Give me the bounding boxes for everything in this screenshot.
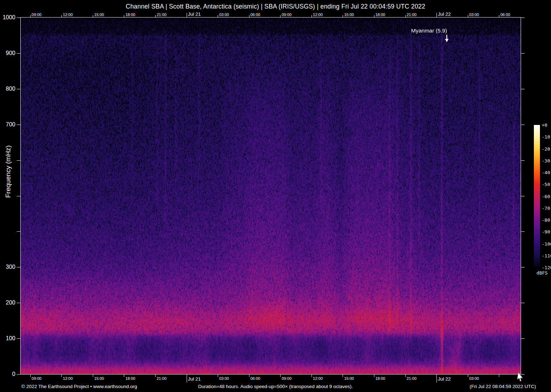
time-tick	[468, 374, 468, 377]
freq-tick-label: 200	[6, 300, 15, 306]
freq-tick	[17, 196, 20, 196]
spectrogram-canvas	[21, 17, 521, 374]
time-tick	[405, 15, 406, 17]
time-tick	[93, 374, 93, 377]
footer-timestamp: (Fri Jul 22 08:04:59 2022 UTC)	[470, 384, 536, 389]
freq-tick	[17, 267, 20, 267]
time-tick-label: 09:00	[32, 376, 42, 381]
time-tick	[155, 15, 156, 17]
time-tick-label: 09:00	[282, 376, 292, 381]
colorbar-tick-label: -60	[542, 194, 550, 199]
freq-tick	[521, 231, 525, 232]
freq-tick-label: 800	[6, 85, 15, 92]
time-tick-label: 21:00	[157, 376, 167, 381]
freq-tick	[521, 303, 525, 303]
time-tick	[280, 15, 280, 17]
freq-tick	[17, 160, 20, 161]
time-tick	[374, 374, 374, 377]
time-tick-label: Jul 22	[438, 376, 451, 382]
colorbar-tick-label: -90	[542, 229, 550, 235]
freq-tick	[17, 231, 20, 232]
freq-tick	[17, 338, 20, 339]
freq-tick	[17, 303, 20, 303]
time-tick-label: 03:00	[469, 376, 479, 381]
time-tick-label: 12:00	[313, 376, 323, 381]
time-tick	[280, 374, 280, 377]
time-tick-label: 18:00	[125, 376, 135, 381]
time-tick-label: 09:00	[282, 12, 292, 17]
time-tick-label: 15:00	[344, 12, 354, 17]
time-tick	[436, 13, 437, 17]
time-tick	[61, 15, 62, 17]
colorbar-tick-label: -80	[542, 217, 550, 223]
time-tick-label: 03:00	[469, 12, 479, 17]
time-tick	[374, 15, 374, 17]
time-tick-label: 18:00	[375, 376, 385, 381]
freq-tick-label: 900	[6, 50, 15, 56]
mouse-cursor-icon	[516, 372, 524, 382]
time-tick	[61, 374, 62, 377]
freq-tick-label: 1000	[2, 14, 15, 21]
freq-tick	[521, 160, 525, 161]
time-tick	[405, 374, 406, 377]
time-tick-label: 15:00	[344, 376, 354, 381]
time-tick	[30, 15, 31, 17]
freq-tick	[17, 125, 20, 125]
time-tick-label: 18:00	[125, 12, 135, 17]
page: Channel SBA | Scott Base, Antarctica (se…	[0, 0, 551, 392]
time-tick-label: 15:00	[94, 376, 104, 381]
time-tick	[312, 15, 312, 17]
time-tick-label: Jul 21	[188, 376, 201, 382]
freq-tick	[521, 196, 525, 196]
down-arrow-icon	[444, 35, 449, 42]
time-tick	[249, 374, 249, 377]
time-tick-label: 06:00	[251, 12, 261, 17]
colorbar-tick-label: -50	[542, 182, 550, 187]
colorbar-tick-label: -40	[542, 170, 550, 175]
plot-area: 09:0009:0012:0012:0015:0015:0018:0018:00…	[20, 17, 521, 375]
time-tick-label: Jul 22	[438, 11, 451, 17]
colorbar-tick-label: -30	[542, 158, 550, 163]
time-tick-label: Jul 21	[188, 11, 201, 17]
time-tick	[30, 374, 31, 377]
time-tick-label: 06:00	[500, 12, 510, 17]
time-tick	[93, 15, 93, 17]
time-tick	[343, 374, 343, 377]
colorbar	[534, 125, 540, 267]
time-tick	[468, 15, 468, 17]
time-tick	[124, 374, 124, 377]
myanmar-annotation: Myanmar (5.9)	[411, 27, 447, 34]
time-tick	[343, 15, 343, 17]
colorbar-tick-label: -20	[542, 146, 550, 151]
colorbar-tick-label: -100	[542, 241, 551, 246]
time-tick-label: 09:00	[32, 12, 42, 17]
footer-copyright: © 2022 The Earthsound Project • www.eart…	[21, 384, 137, 389]
time-tick	[499, 15, 499, 17]
time-tick-label: 03:00	[219, 12, 229, 17]
freq-tick	[521, 17, 525, 18]
time-tick-label: 03:00	[219, 376, 229, 381]
footer-duration: Duration=48 hours. Audio speed-up=500× (…	[198, 384, 353, 389]
colorbar-tick-label: +0	[542, 122, 547, 128]
time-tick-label: 21:00	[407, 376, 417, 381]
time-tick	[187, 13, 187, 17]
colorbar-tick-label: -120	[542, 265, 551, 270]
time-tick	[218, 374, 218, 377]
freq-tick-label: 300	[6, 264, 15, 270]
freq-tick	[17, 374, 20, 375]
time-tick	[155, 374, 156, 377]
time-tick-label: 21:00	[157, 12, 167, 17]
time-tick	[312, 374, 312, 377]
freq-tick	[521, 125, 525, 125]
time-tick-label: 12:00	[63, 376, 73, 381]
time-tick	[187, 374, 187, 383]
time-tick-label: 21:00	[407, 12, 417, 17]
time-tick	[218, 15, 218, 17]
freq-tick-label: 100	[6, 335, 15, 342]
freq-tick-label: 0	[12, 371, 15, 377]
chart-title: Channel SBA | Scott Base, Antarctica (se…	[0, 3, 551, 10]
freq-tick	[521, 53, 525, 54]
colorbar-tick-label: -110	[542, 253, 551, 258]
time-tick	[436, 374, 437, 383]
time-tick-label: 06:00	[251, 376, 261, 381]
